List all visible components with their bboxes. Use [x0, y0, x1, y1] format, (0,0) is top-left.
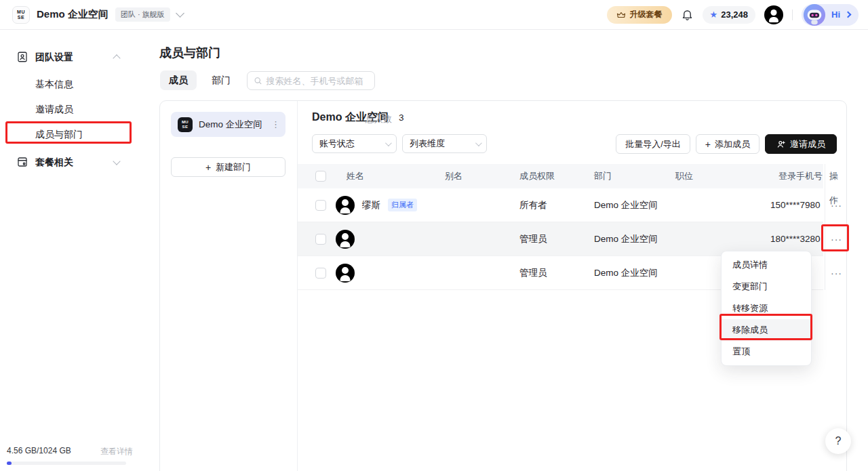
menu-item-remove-member[interactable]: 移除成员 — [722, 319, 811, 341]
col-action: 操作 — [829, 164, 846, 188]
plus-icon: + — [705, 139, 711, 150]
upgrade-plan-button[interactable]: 升级套餐 — [607, 6, 672, 24]
member-avatar — [336, 196, 355, 215]
total-value: 3 — [399, 112, 404, 123]
member-actions: 批量导入/导出 + 添加成员 邀请成员 — [616, 134, 837, 154]
notification-bell-icon[interactable] — [681, 8, 694, 21]
storage-progress-track — [7, 462, 126, 465]
chevron-down-icon — [385, 140, 392, 146]
plan-badge: 团队 · 旗舰版 — [115, 7, 170, 22]
menu-item-change-department[interactable]: 变更部门 — [722, 276, 811, 298]
sidebar-group-plan[interactable]: 套餐相关 — [35, 157, 73, 169]
row-checkbox[interactable] — [315, 234, 326, 245]
member-permission: 管理员 — [519, 267, 594, 279]
points-value: 23,248 — [721, 9, 748, 20]
plan-expand-icon[interactable] — [113, 157, 120, 165]
star-icon: ★ — [710, 9, 718, 20]
menu-item-member-details[interactable]: 成员详情 — [722, 254, 811, 276]
team-settings-icon — [16, 51, 28, 63]
row-more-actions-button[interactable]: ··· — [825, 188, 848, 222]
assistant-chevron-right-icon — [845, 12, 852, 18]
storage-details-link[interactable]: 查看详情 — [100, 446, 133, 457]
row-checkbox[interactable] — [315, 200, 326, 211]
dept-logo: MU SE — [178, 117, 193, 132]
add-member-button[interactable]: + 添加成员 — [696, 134, 760, 154]
col-department: 部门 — [594, 170, 675, 182]
owner-badge: 归属者 — [388, 199, 417, 211]
member-avatar — [336, 230, 355, 249]
invite-member-button[interactable]: 邀请成员 — [765, 134, 837, 154]
row-context-menu: 成员详情 变更部门 转移资源 移除成员 置顶 — [721, 251, 812, 366]
tab-members[interactable]: 成员 — [160, 70, 197, 90]
member-department: Demo 企业空间 — [594, 233, 675, 245]
workspace-title: Demo 企业空间 — [37, 8, 108, 21]
search-input[interactable] — [266, 76, 368, 86]
assistant-entry[interactable]: Hi — [802, 4, 859, 26]
dept-logo-line1: MU — [182, 120, 189, 125]
total-label: 总人数 — [366, 113, 392, 125]
topbar-right: 升级套餐 ★ 23,248 Hi — [607, 4, 868, 26]
tab-departments[interactable]: 部门 — [202, 70, 240, 90]
muse-logo: MU SE — [12, 6, 30, 24]
member-avatar — [336, 264, 355, 283]
member-permission: 管理员 — [519, 233, 594, 245]
muse-logo-line2: SE — [18, 15, 24, 20]
chevron-down-icon — [475, 140, 482, 146]
row-more-actions-button-active[interactable]: ··· — [825, 222, 848, 256]
dept-more-vertical-icon[interactable]: ⋮ — [271, 121, 280, 128]
col-alias: 别名 — [445, 170, 519, 182]
team-settings-collapse-icon[interactable] — [113, 54, 120, 62]
col-phone: 登录手机号 — [770, 170, 823, 182]
member-name: 缪斯 — [362, 199, 380, 211]
points-counter[interactable]: ★ 23,248 — [703, 6, 755, 24]
plan-package-icon — [16, 156, 28, 168]
workspace-chevron-down-icon[interactable] — [176, 9, 184, 18]
storage-usage: 4.56 GB/1024 GB — [7, 446, 71, 455]
help-button[interactable]: ? — [825, 428, 851, 454]
page-title: 成员与部门 — [159, 45, 220, 61]
crown-icon — [616, 10, 626, 20]
department-tree-item-selected[interactable]: MU SE Demo 企业空间 ⋮ — [171, 112, 285, 137]
new-department-button[interactable]: + 新建部门 — [171, 157, 285, 177]
new-department-label: 新建部门 — [216, 161, 251, 173]
plus-icon: + — [205, 162, 211, 173]
table-row[interactable]: 缪斯 归属者 所有者 Demo 企业空间 150****7980 — [298, 188, 823, 222]
menu-item-pin-top[interactable]: 置顶 — [722, 341, 811, 363]
list-dimension-value: 列表维度 — [410, 138, 445, 150]
dept-logo-line2: SE — [182, 125, 189, 129]
topbar-left: MU SE Demo 企业空间 团队 · 旗舰版 — [0, 6, 183, 24]
dept-name: Demo 企业空间 — [199, 119, 265, 131]
app-root: MU SE Demo 企业空间 团队 · 旗舰版 升级套餐 ★ 23,248 — [0, 0, 868, 471]
member-department: Demo 企业空间 — [594, 267, 675, 279]
col-permission: 成员权限 — [519, 170, 594, 182]
sidebar-item-members-departments[interactable]: 成员与部门 — [35, 129, 83, 141]
sidebar-item-invite-members[interactable]: 邀请成员 — [35, 104, 73, 116]
user-avatar[interactable] — [764, 5, 783, 24]
table-header: 姓名 别名 成员权限 部门 职位 登录手机号 — [298, 164, 823, 188]
row-more-actions-button[interactable]: ··· — [825, 256, 848, 290]
topbar-divider — [792, 9, 793, 20]
bulk-import-export-button[interactable]: 批量导入/导出 — [616, 134, 690, 154]
add-member-label: 添加成员 — [715, 138, 750, 150]
list-dimension-select[interactable]: 列表维度 — [402, 134, 487, 153]
person-plus-icon — [776, 140, 786, 149]
invite-member-label: 邀请成员 — [790, 138, 825, 150]
select-all-checkbox[interactable] — [315, 171, 326, 182]
col-position: 职位 — [675, 170, 770, 182]
col-name: 姓名 — [336, 170, 445, 182]
member-search — [247, 71, 375, 90]
muse-logo-line1: MU — [17, 9, 25, 15]
upgrade-plan-label: 升级套餐 — [630, 9, 663, 20]
storage-progress-fill — [7, 462, 12, 465]
sidebar-item-basic-info[interactable]: 基本信息 — [35, 79, 73, 91]
member-department: Demo 企业空间 — [594, 199, 675, 211]
topbar: MU SE Demo 企业空间 团队 · 旗舰版 升级套餐 ★ 23,248 — [0, 0, 868, 30]
search-icon — [254, 76, 262, 85]
row-checkbox[interactable] — [315, 268, 326, 279]
account-status-select[interactable]: 账号状态 — [312, 134, 397, 153]
assistant-greeting: Hi — [831, 9, 840, 20]
member-permission: 所有者 — [519, 199, 594, 211]
member-phone: 150****7980 — [770, 200, 823, 210]
sidebar-group-team[interactable]: 团队设置 — [35, 52, 73, 64]
menu-item-transfer-resources[interactable]: 转移资源 — [722, 298, 811, 319]
